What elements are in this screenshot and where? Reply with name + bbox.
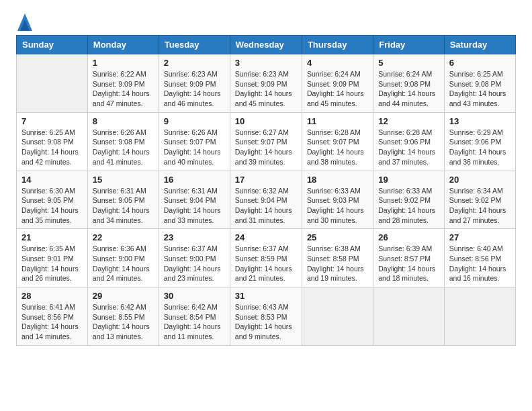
calendar-cell: 28Sunrise: 6:41 AM Sunset: 8:56 PM Dayli…: [17, 287, 88, 346]
weekday-header-saturday: Saturday: [444, 36, 515, 54]
calendar-cell: 9Sunrise: 6:26 AM Sunset: 9:07 PM Daylig…: [159, 112, 230, 171]
day-info: Sunrise: 6:30 AM Sunset: 9:05 PM Dayligh…: [21, 186, 83, 226]
day-number: 30: [164, 291, 225, 301]
day-info: Sunrise: 6:42 AM Sunset: 8:54 PM Dayligh…: [164, 302, 225, 342]
day-info: Sunrise: 6:28 AM Sunset: 9:06 PM Dayligh…: [378, 128, 439, 167]
calendar-cell: [17, 54, 88, 113]
day-info: Sunrise: 6:28 AM Sunset: 9:07 PM Dayligh…: [307, 128, 368, 167]
day-number: 14: [21, 175, 83, 185]
day-info: Sunrise: 6:37 AM Sunset: 8:59 PM Dayligh…: [235, 244, 297, 283]
day-info: Sunrise: 6:25 AM Sunset: 9:08 PM Dayligh…: [21, 128, 83, 167]
day-number: 31: [235, 291, 297, 301]
day-info: Sunrise: 6:24 AM Sunset: 9:09 PM Dayligh…: [307, 69, 368, 109]
day-info: Sunrise: 6:27 AM Sunset: 9:07 PM Dayligh…: [235, 128, 297, 167]
calendar-cell: [302, 287, 373, 346]
calendar-cell: 1Sunrise: 6:22 AM Sunset: 9:09 PM Daylig…: [87, 54, 159, 113]
day-info: Sunrise: 6:26 AM Sunset: 9:08 PM Dayligh…: [93, 128, 154, 167]
calendar-cell: 27Sunrise: 6:40 AM Sunset: 8:56 PM Dayli…: [444, 229, 515, 287]
day-number: 2: [164, 58, 225, 68]
day-number: 10: [235, 116, 297, 126]
weekday-header-thursday: Thursday: [302, 36, 373, 54]
calendar-cell: 13Sunrise: 6:29 AM Sunset: 9:06 PM Dayli…: [444, 112, 515, 171]
calendar-cell: 5Sunrise: 6:24 AM Sunset: 9:08 PM Daylig…: [373, 54, 444, 113]
day-info: Sunrise: 6:37 AM Sunset: 9:00 PM Dayligh…: [164, 244, 225, 283]
day-info: Sunrise: 6:40 AM Sunset: 8:56 PM Dayligh…: [449, 244, 511, 283]
calendar-cell: 10Sunrise: 6:27 AM Sunset: 9:07 PM Dayli…: [230, 112, 302, 171]
day-info: Sunrise: 6:32 AM Sunset: 9:04 PM Dayligh…: [235, 186, 297, 226]
day-info: Sunrise: 6:33 AM Sunset: 9:03 PM Dayligh…: [307, 186, 368, 226]
day-info: Sunrise: 6:42 AM Sunset: 8:55 PM Dayligh…: [93, 302, 154, 342]
calendar-cell: 22Sunrise: 6:36 AM Sunset: 9:00 PM Dayli…: [87, 229, 159, 287]
calendar-cell: 17Sunrise: 6:32 AM Sunset: 9:04 PM Dayli…: [230, 171, 302, 229]
calendar-week-row: 7Sunrise: 6:25 AM Sunset: 9:08 PM Daylig…: [17, 112, 516, 171]
calendar-cell: 31Sunrise: 6:43 AM Sunset: 8:53 PM Dayli…: [230, 287, 302, 346]
day-number: 17: [235, 175, 297, 185]
day-number: 8: [93, 116, 154, 126]
day-number: 7: [21, 116, 83, 126]
day-info: Sunrise: 6:41 AM Sunset: 8:56 PM Dayligh…: [21, 302, 83, 342]
day-number: 11: [307, 116, 368, 126]
day-number: 22: [93, 232, 154, 242]
weekday-header-monday: Monday: [87, 36, 159, 54]
weekday-header-row: SundayMondayTuesdayWednesdayThursdayFrid…: [17, 36, 516, 54]
weekday-header-friday: Friday: [373, 36, 444, 54]
calendar-cell: 16Sunrise: 6:31 AM Sunset: 9:04 PM Dayli…: [159, 171, 230, 229]
calendar-cell: 26Sunrise: 6:39 AM Sunset: 8:57 PM Dayli…: [373, 229, 444, 287]
day-number: 26: [378, 232, 439, 242]
weekday-header-sunday: Sunday: [17, 36, 88, 54]
calendar-cell: 15Sunrise: 6:31 AM Sunset: 9:05 PM Dayli…: [87, 171, 159, 229]
day-info: Sunrise: 6:29 AM Sunset: 9:06 PM Dayligh…: [449, 128, 511, 167]
day-number: 16: [164, 175, 225, 185]
page-header: [16, 13, 516, 30]
weekday-header-tuesday: Tuesday: [159, 36, 230, 54]
calendar-cell: 2Sunrise: 6:23 AM Sunset: 9:09 PM Daylig…: [159, 54, 230, 113]
day-info: Sunrise: 6:39 AM Sunset: 8:57 PM Dayligh…: [378, 244, 439, 283]
calendar-cell: 4Sunrise: 6:24 AM Sunset: 9:09 PM Daylig…: [302, 54, 373, 113]
calendar-cell: 11Sunrise: 6:28 AM Sunset: 9:07 PM Dayli…: [302, 112, 373, 171]
day-number: 19: [378, 175, 439, 185]
day-number: 25: [307, 232, 368, 242]
logo: [16, 13, 32, 30]
day-number: 4: [307, 58, 368, 68]
day-info: Sunrise: 6:26 AM Sunset: 9:07 PM Dayligh…: [164, 128, 225, 167]
day-info: Sunrise: 6:33 AM Sunset: 9:02 PM Dayligh…: [378, 186, 439, 226]
calendar-cell: 20Sunrise: 6:34 AM Sunset: 9:02 PM Dayli…: [444, 171, 515, 229]
day-number: 12: [378, 116, 439, 126]
calendar-cell: 19Sunrise: 6:33 AM Sunset: 9:02 PM Dayli…: [373, 171, 444, 229]
day-number: 18: [307, 175, 368, 185]
calendar-cell: 7Sunrise: 6:25 AM Sunset: 9:08 PM Daylig…: [17, 112, 88, 171]
day-info: Sunrise: 6:36 AM Sunset: 9:00 PM Dayligh…: [93, 244, 154, 283]
day-number: 6: [449, 58, 511, 68]
day-info: Sunrise: 6:31 AM Sunset: 9:04 PM Dayligh…: [164, 186, 225, 226]
day-number: 15: [93, 175, 154, 185]
weekday-header-wednesday: Wednesday: [230, 36, 302, 54]
calendar-cell: 12Sunrise: 6:28 AM Sunset: 9:06 PM Dayli…: [373, 112, 444, 171]
calendar-cell: 25Sunrise: 6:38 AM Sunset: 8:58 PM Dayli…: [302, 229, 373, 287]
calendar-cell: 24Sunrise: 6:37 AM Sunset: 8:59 PM Dayli…: [230, 229, 302, 287]
day-number: 28: [21, 291, 83, 301]
calendar-cell: 18Sunrise: 6:33 AM Sunset: 9:03 PM Dayli…: [302, 171, 373, 229]
day-info: Sunrise: 6:23 AM Sunset: 9:09 PM Dayligh…: [235, 69, 297, 109]
calendar-cell: 30Sunrise: 6:42 AM Sunset: 8:54 PM Dayli…: [159, 287, 230, 346]
day-info: Sunrise: 6:35 AM Sunset: 9:01 PM Dayligh…: [21, 244, 83, 283]
day-number: 27: [449, 232, 511, 242]
day-number: 29: [93, 291, 154, 301]
day-number: 3: [235, 58, 297, 68]
calendar-cell: [444, 287, 515, 346]
day-info: Sunrise: 6:43 AM Sunset: 8:53 PM Dayligh…: [235, 302, 297, 342]
day-info: Sunrise: 6:23 AM Sunset: 9:09 PM Dayligh…: [164, 69, 225, 109]
calendar-cell: 21Sunrise: 6:35 AM Sunset: 9:01 PM Dayli…: [17, 229, 88, 287]
calendar-cell: 8Sunrise: 6:26 AM Sunset: 9:08 PM Daylig…: [87, 112, 159, 171]
calendar-cell: 6Sunrise: 6:25 AM Sunset: 9:08 PM Daylig…: [444, 54, 515, 113]
calendar-week-row: 28Sunrise: 6:41 AM Sunset: 8:56 PM Dayli…: [17, 287, 516, 346]
calendar-week-row: 21Sunrise: 6:35 AM Sunset: 9:01 PM Dayli…: [17, 229, 516, 287]
day-number: 5: [378, 58, 439, 68]
day-number: 13: [449, 116, 511, 126]
day-info: Sunrise: 6:38 AM Sunset: 8:58 PM Dayligh…: [307, 244, 368, 283]
calendar-week-row: 14Sunrise: 6:30 AM Sunset: 9:05 PM Dayli…: [17, 171, 516, 229]
day-info: Sunrise: 6:24 AM Sunset: 9:08 PM Dayligh…: [378, 69, 439, 109]
calendar-cell: 29Sunrise: 6:42 AM Sunset: 8:55 PM Dayli…: [87, 287, 159, 346]
day-number: 20: [449, 175, 511, 185]
calendar-cell: 3Sunrise: 6:23 AM Sunset: 9:09 PM Daylig…: [230, 54, 302, 113]
day-number: 1: [93, 58, 154, 68]
